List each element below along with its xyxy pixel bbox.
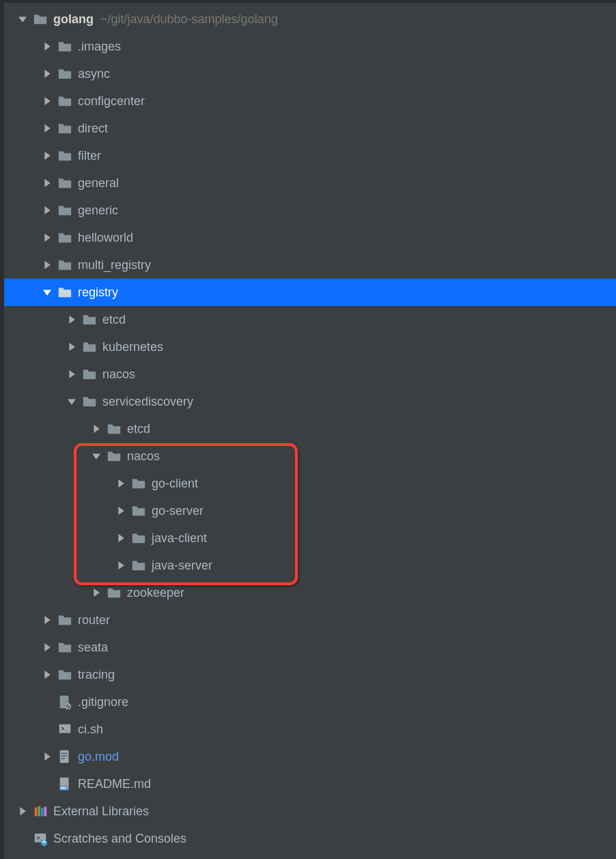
markdown-file-icon: MD	[57, 776, 72, 791]
chevron-right-icon	[66, 341, 78, 353]
chevron-right-icon	[41, 231, 53, 244]
scratches-icon: >_	[33, 831, 48, 846]
tree-row-async[interactable]: async	[3, 60, 616, 87]
tree-row-images[interactable]: .images	[3, 33, 616, 60]
project-path-label: ~/git/java/dubbo-samples/golang	[100, 12, 278, 27]
tree-row-sd-nacos[interactable]: nacos	[3, 442, 616, 470]
folder-label: .images	[78, 40, 121, 54]
tree-row-go-server[interactable]: go-server	[3, 497, 616, 524]
tree-row-router[interactable]: router	[3, 606, 616, 634]
chevron-right-icon	[90, 423, 102, 435]
external-libraries-label: External Libraries	[53, 804, 149, 819]
folder-label: zookeeper	[127, 586, 184, 600]
folder-label: helloworld	[78, 231, 133, 245]
folder-icon	[57, 94, 72, 109]
tree-row-filter[interactable]: filter	[3, 142, 616, 169]
tree-row-nacos[interactable]: nacos	[3, 361, 616, 388]
tree-row-etcd[interactable]: etcd	[3, 306, 616, 333]
file-label: ci.sh	[78, 722, 103, 737]
chevron-right-icon	[66, 368, 78, 380]
tree-row-sd-etcd[interactable]: etcd	[3, 415, 616, 442]
chevron-down-icon	[16, 13, 29, 25]
folder-icon	[131, 558, 146, 573]
chevron-right-icon	[16, 805, 29, 817]
folder-icon	[107, 585, 122, 600]
tree-row-readme[interactable]: MD README.md	[3, 770, 616, 798]
folder-icon	[57, 39, 72, 54]
folder-label: router	[78, 613, 110, 628]
svg-text:>_: >_	[61, 726, 68, 732]
folder-icon	[57, 175, 72, 191]
folder-label: etcd	[102, 313, 126, 327]
folder-icon	[33, 12, 48, 27]
folder-icon	[57, 230, 72, 245]
chevron-right-icon	[66, 313, 78, 326]
folder-icon	[107, 421, 122, 436]
tree-row-external-libraries[interactable]: External Libraries	[3, 798, 616, 825]
folder-icon	[131, 476, 146, 491]
tree-row-scratches[interactable]: >_ Scratches and Consoles	[3, 825, 616, 852]
folder-label: seata	[78, 640, 108, 655]
chevron-right-icon	[41, 750, 53, 763]
svg-rect-16	[44, 807, 47, 817]
folder-label: configcenter	[78, 94, 145, 109]
tree-row-seata[interactable]: seata	[3, 634, 616, 661]
tree-row-direct[interactable]: direct	[3, 115, 616, 142]
tree-row-registry[interactable]: registry	[3, 279, 616, 306]
go-mod-file-icon	[57, 749, 72, 764]
file-label: .gitignore	[78, 695, 128, 709]
folder-icon	[131, 503, 146, 518]
tree-row-multi-registry[interactable]: multi_registry	[3, 251, 616, 279]
tree-row-servicediscovery[interactable]: servicediscovery	[3, 388, 616, 415]
tree-row-root[interactable]: golang ~/git/java/dubbo-samples/golang	[3, 5, 616, 33]
chevron-right-icon	[115, 559, 127, 572]
folder-label: async	[78, 67, 110, 81]
chevron-right-icon	[115, 505, 127, 517]
tree-row-go-client[interactable]: go-client	[3, 470, 616, 497]
tree-row-java-client[interactable]: java-client	[3, 524, 616, 552]
folder-icon	[57, 148, 72, 163]
folder-icon	[57, 285, 72, 300]
folder-label: nacos	[127, 449, 160, 464]
file-label: go.mod	[78, 750, 119, 764]
tree-row-gitignore[interactable]: .gitignore	[3, 688, 616, 716]
folder-label: java-server	[152, 559, 212, 573]
svg-text:MD: MD	[61, 786, 67, 790]
scratches-label: Scratches and Consoles	[53, 832, 186, 846]
folder-label: go-server	[152, 504, 204, 518]
folder-icon	[57, 667, 72, 682]
tree-row-kubernetes[interactable]: kubernetes	[3, 333, 616, 361]
chevron-right-icon	[41, 95, 53, 107]
chevron-right-icon	[115, 532, 127, 544]
folder-icon	[82, 394, 97, 409]
tree-row-configcenter[interactable]: configcenter	[3, 87, 616, 115]
libraries-icon	[33, 804, 48, 819]
tree-row-helloworld[interactable]: helloworld	[3, 224, 616, 251]
chevron-right-icon	[41, 40, 53, 53]
tree-row-java-server[interactable]: java-server	[3, 552, 616, 579]
tree-row-general[interactable]: general	[3, 169, 616, 197]
svg-rect-7	[61, 753, 68, 755]
chevron-right-icon	[90, 587, 102, 599]
folder-label: filter	[78, 149, 101, 163]
chevron-down-icon	[66, 395, 78, 408]
tree-row-zookeeper[interactable]: zookeeper	[3, 579, 616, 606]
tree-row-go-mod[interactable]: go.mod	[3, 743, 616, 770]
shell-file-icon: >_	[57, 722, 72, 737]
folder-label: generic	[78, 203, 118, 218]
folder-label: kubernetes	[102, 340, 163, 354]
folder-icon	[57, 257, 72, 272]
tree-row-generic[interactable]: generic	[3, 197, 616, 224]
chevron-right-icon	[115, 477, 127, 490]
tree-row-tracing[interactable]: tracing	[3, 661, 616, 688]
chevron-down-icon	[41, 286, 53, 298]
folder-icon	[82, 312, 97, 327]
folder-label: tracing	[78, 668, 115, 682]
folder-icon	[57, 66, 72, 81]
folder-label: etcd	[127, 422, 150, 436]
folder-label: java-client	[152, 531, 207, 546]
file-ignore-icon	[57, 694, 72, 709]
chevron-right-icon	[41, 68, 53, 80]
tree-row-ci-sh[interactable]: >_ ci.sh	[3, 716, 616, 743]
chevron-right-icon	[41, 177, 53, 189]
